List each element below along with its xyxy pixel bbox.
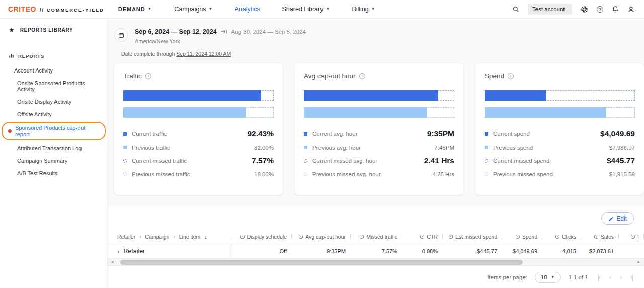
column-header-sales[interactable]: Sales [581,229,619,244]
previous-traffic-bar [123,107,246,118]
horizontal-scrollbar[interactable]: ◄ ► [107,259,644,266]
legend-row: Current spend $4,049.69 [485,127,635,141]
criteo-logo[interactable]: CRITEO // COMMERCE-YIELD [8,5,104,13]
current-hour-bar [304,90,438,101]
hierarchy-header[interactable]: Retailer › Campaign › Line item ↓ [107,229,231,244]
hierarchy-retailer-label[interactable]: Retailer [117,234,135,240]
pagination-bar: Items per page: 10 ▼ 1-1 of 1 |‹ ‹ › ›| [107,266,644,288]
legend-value: 7:45PM [434,145,454,151]
row-cell-truncated [619,244,644,258]
sidebar-item-onsite-display-activity[interactable]: Onsite Display Activity [0,96,107,108]
previous-hour-bar [304,107,427,118]
calendar-button[interactable] [114,28,128,42]
column-header-missed-traffic[interactable]: Missed traffic [351,229,403,244]
nav-shared-library-label: Shared Library [282,6,324,13]
previous-spend-bar-track [485,107,635,118]
legend-value: 82.00% [254,145,274,151]
legend-label: Current missed spend [493,158,550,164]
scroll-left-icon[interactable]: ◄ [108,259,116,265]
clock-icon [515,234,520,239]
previous-page-icon[interactable]: ‹ [609,274,611,281]
table-row[interactable]: › Retailer Off 9:35PM 7.57% 0.08% $445.7… [107,244,644,259]
column-header-est-missed-spend[interactable]: Est missed spend [443,229,502,244]
nav-billing[interactable]: Billing ▼ [352,6,375,13]
chevron-down-icon: ▼ [147,7,152,11]
top-navigation-bar: CRITEO // COMMERCE-YIELD DEMAND ▼ Campai… [0,0,644,19]
column-label: Sales [601,234,614,240]
previous-spend-bar [485,107,606,118]
legend-row: Previous avg. hour 7:45PM [304,141,454,155]
next-page-icon[interactable]: › [620,274,621,281]
nav-analytics[interactable]: Analytics [234,6,260,13]
topbar-actions: ? [513,4,635,15]
legend-label: Previous spend [493,145,533,151]
help-icon[interactable]: ? [597,6,603,13]
scrollbar-thumb[interactable] [120,260,523,265]
expand-chevron-icon[interactable]: › [117,248,119,255]
legend-label: Current avg. hour [312,131,358,137]
gear-icon[interactable] [581,6,588,13]
column-header-spend[interactable]: Spend [502,229,542,244]
current-hour-bar-track [304,90,454,101]
nav-shared-library[interactable]: Shared Library ▼ [282,6,330,13]
current-date-range[interactable]: Sep 6, 2024 — Sep 12, 2024 [135,28,217,35]
hierarchy-line-item-label[interactable]: Line item [179,234,201,240]
sidebar-item-account-activity[interactable]: Account Activity [0,64,107,77]
hierarchy-campaign-label[interactable]: Campaign [145,234,170,240]
info-icon[interactable]: i [359,73,365,79]
scroll-right-icon[interactable]: ► [635,259,643,265]
legend-label: Current missed traffic [132,158,187,164]
nav-demand[interactable]: DEMAND ▼ [118,6,152,12]
dashed-swatch-icon [304,172,307,176]
data-complete-date-link[interactable]: Sep 11, 2024 12:00 AM [176,51,231,57]
search-icon[interactable] [513,6,519,13]
sidebar-item-ab-test-results[interactable]: A/B Test Results [0,167,107,180]
legend-row: Previous missed traffic 18.00% [123,168,274,181]
page-size-select[interactable]: 10 ▼ [535,272,561,283]
clock-icon [359,234,364,239]
sidebar-item-onsite-sponsored-products-activity[interactable]: Onsite Sponsored Products Activity [0,77,107,96]
reports-library-link[interactable]: ★ REPORTS LIBRARY [0,19,107,40]
column-header-truncated[interactable]: I [619,229,644,244]
legend-row: Previous missed spend $1,915.59 [485,168,635,181]
legend-label: Previous missed avg. hour [312,171,381,177]
legend-value: $1,915.59 [609,171,635,177]
column-label: I [637,234,639,240]
edit-button[interactable]: Edit [601,212,634,225]
solid-swatch-icon [485,132,488,136]
info-icon[interactable]: i [145,73,151,79]
column-label: Display schedule [247,234,287,240]
row-retailer-cell[interactable]: › Retailer [107,244,231,258]
sidebar-item-attributed-transaction-log[interactable]: Attributed Transaction Log [0,142,107,155]
clock-icon [298,234,303,239]
compare-date-range: Aug 30, 2024 — Sep 5, 2024 [231,29,306,35]
row-cell-avg-cap-out-hour: 9:35PM [292,244,351,258]
column-header-clicks[interactable]: Clicks [542,229,581,244]
bell-icon[interactable] [612,6,619,13]
column-header-ctr[interactable]: CTR [403,229,443,244]
user-avatar-icon[interactable] [627,6,635,13]
sidebar-item-sponsored-products-cap-out-report[interactable]: Sponsored Products cap-out report [2,122,106,140]
row-cell-sales: $2,073.61 [581,244,619,258]
column-label: Spend [522,234,537,240]
table-header-row: Retailer › Campaign › Line item ↓ Displa… [107,229,644,244]
legend-value: 9:35PM [427,129,454,138]
nav-campaigns[interactable]: Campaigns ▼ [174,6,212,13]
column-header-display-schedule[interactable]: Display schedule [231,229,292,244]
info-icon[interactable]: i [508,73,514,79]
compare-arrow-icon [221,27,227,36]
current-traffic-bar-track [123,90,274,101]
account-search-input[interactable] [528,4,572,15]
sidebar-item-campaign-summary[interactable]: Campaign Summary [0,155,107,167]
legend-label: Previous avg. hour [312,145,361,151]
last-page-icon[interactable]: ›| [630,274,633,281]
criteo-wordmark: CRITEO [8,5,36,13]
legend-label: Current spend [493,131,530,137]
column-header-avg-cap-out-hour[interactable]: Avg cap-out hour [292,229,351,244]
first-page-icon[interactable]: |‹ [598,274,600,281]
sidebar-item-offsite-activity[interactable]: Offsite Activity [0,108,107,121]
sort-descending-icon[interactable]: ↓ [204,234,207,240]
current-spend-bar [485,90,546,101]
page-size-value: 10 [541,274,547,280]
spend-bars [485,90,635,118]
